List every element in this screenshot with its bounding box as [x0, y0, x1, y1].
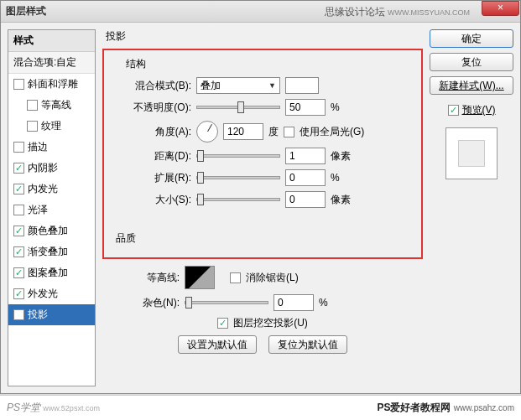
style-label: 内发光 [28, 182, 58, 196]
style-checkbox[interactable] [13, 288, 24, 299]
size-unit: 像素 [331, 193, 356, 207]
right-panel: 确定 复位 新建样式(W)... 预览(V) [430, 29, 513, 386]
style-item-2[interactable]: 纹理 [8, 116, 95, 137]
style-item-6[interactable]: 光泽 [8, 200, 95, 220]
blend-options-header[interactable]: 混合选项:自定 [8, 52, 95, 74]
style-checkbox[interactable] [13, 309, 24, 320]
style-item-9[interactable]: 图案叠加 [8, 262, 95, 283]
noise-unit: % [319, 297, 344, 309]
style-item-11[interactable]: 投影 [8, 304, 95, 325]
noise-slider[interactable] [185, 301, 268, 304]
window-title: 图层样式 [6, 4, 46, 18]
style-label: 外发光 [28, 287, 58, 301]
spread-field[interactable]: 0 [285, 169, 326, 186]
style-checkbox[interactable] [13, 142, 24, 153]
global-light-checkbox[interactable] [284, 127, 294, 137]
preview-checkbox[interactable] [448, 105, 459, 116]
opacity-label: 不透明度(O): [126, 101, 191, 115]
reset-button[interactable]: 复位 [430, 53, 513, 71]
size-slider[interactable] [196, 198, 280, 201]
style-checkbox[interactable] [27, 121, 38, 132]
settings-panel: 投影 结构 混合模式(B): 叠加▼ 不透明度(O): 50 [102, 29, 423, 386]
style-label: 光泽 [28, 203, 48, 217]
opacity-unit: % [331, 101, 356, 113]
opacity-slider[interactable] [196, 106, 280, 109]
quality-title: 品质 [116, 232, 136, 244]
style-checkbox[interactable] [13, 246, 24, 257]
style-checkbox[interactable] [13, 163, 24, 174]
spread-label: 扩展(R): [126, 171, 191, 185]
style-checkbox[interactable] [13, 79, 24, 90]
style-checkbox[interactable] [13, 226, 24, 236]
distance-label: 距离(D): [126, 149, 191, 163]
style-label: 内阴影 [28, 161, 58, 175]
style-item-5[interactable]: 内发光 [8, 179, 95, 200]
style-item-4[interactable]: 内阴影 [8, 158, 95, 179]
global-light-label: 使用全局光(G) [300, 125, 364, 139]
footer-left: PS学堂 www.52psxt.com [7, 401, 100, 415]
antialias-checkbox[interactable] [230, 272, 241, 283]
structure-title: 结构 [122, 57, 149, 71]
antialias-label: 消除锯齿(L) [246, 271, 299, 285]
new-style-button[interactable]: 新建样式(W)... [430, 76, 513, 95]
distance-field[interactable]: 1 [285, 148, 326, 164]
blendmode-label: 混合模式(B): [126, 79, 191, 93]
section-title: 投影 [106, 29, 423, 44]
page-footer: PS学堂 www.52psxt.com PS爱好者教程网 www.psahz.c… [0, 395, 521, 420]
style-checkbox[interactable] [13, 205, 24, 215]
style-label: 描边 [28, 140, 48, 154]
structure-inner: 结构 混合模式(B): 叠加▼ 不透明度(O): 50 % [116, 64, 409, 223]
angle-unit: 度 [268, 125, 279, 139]
style-item-10[interactable]: 外发光 [8, 283, 95, 304]
close-button[interactable]: × [482, 1, 519, 16]
spread-unit: % [331, 172, 356, 184]
structure-group: 结构 混合模式(B): 叠加▼ 不透明度(O): 50 % [102, 49, 423, 259]
spread-slider[interactable] [196, 176, 280, 179]
size-label: 大小(S): [126, 193, 191, 207]
style-label: 渐变叠加 [28, 245, 68, 259]
angle-label: 角度(A): [126, 125, 191, 139]
dialog-content: 样式 混合选项:自定 斜面和浮雕等高线纹理描边内阴影内发光光泽颜色叠加渐变叠加图… [1, 23, 520, 393]
watermark: 思缘设计论坛 WWW.MISSYUAN.COM [325, 5, 470, 19]
angle-dial[interactable] [196, 121, 218, 143]
noise-field[interactable]: 0 [274, 294, 314, 311]
style-label: 斜面和浮雕 [28, 77, 78, 91]
style-item-3[interactable]: 描边 [8, 137, 95, 158]
preview-swatch [445, 127, 498, 179]
knockout-label: 图层挖空投影(U) [233, 316, 308, 330]
style-item-0[interactable]: 斜面和浮雕 [8, 74, 95, 95]
restore-default-button[interactable]: 复位为默认值 [268, 335, 347, 354]
style-label: 纹理 [41, 119, 61, 133]
style-checkbox[interactable] [13, 267, 24, 278]
style-item-7[interactable]: 颜色叠加 [8, 220, 95, 241]
style-list: 斜面和浮雕等高线纹理描边内阴影内发光光泽颜色叠加渐变叠加图案叠加外发光投影 [8, 74, 95, 325]
blendmode-dropdown[interactable]: 叠加▼ [196, 77, 280, 94]
knockout-checkbox[interactable] [217, 318, 228, 329]
distance-slider[interactable] [196, 154, 280, 158]
style-label: 投影 [28, 308, 48, 322]
color-swatch[interactable] [285, 77, 319, 94]
titlebar[interactable]: 图层样式 思缘设计论坛 WWW.MISSYUAN.COM × [1, 1, 520, 23]
style-checkbox[interactable] [27, 100, 38, 111]
footer-right: PS爱好者教程网 www.psahz.com [377, 401, 514, 415]
style-checkbox[interactable] [13, 184, 24, 194]
size-field[interactable]: 0 [285, 191, 326, 208]
ok-button[interactable]: 确定 [430, 29, 513, 48]
noise-label: 杂色(N): [114, 296, 180, 310]
style-item-1[interactable]: 等高线 [8, 95, 95, 116]
style-item-8[interactable]: 渐变叠加 [8, 241, 95, 262]
distance-unit: 像素 [331, 149, 356, 163]
styles-header[interactable]: 样式 [8, 30, 95, 52]
contour-label: 等高线: [114, 271, 180, 285]
set-default-button[interactable]: 设置为默认值 [178, 335, 257, 354]
chevron-down-icon: ▼ [268, 81, 276, 90]
preview-label: 预览(V) [462, 103, 496, 117]
style-label: 图案叠加 [28, 266, 68, 280]
style-label: 颜色叠加 [28, 224, 68, 238]
opacity-field[interactable]: 50 [285, 99, 326, 116]
contour-picker[interactable] [185, 266, 215, 289]
dialog-window: 图层样式 思缘设计论坛 WWW.MISSYUAN.COM × 样式 混合选项:自… [0, 0, 521, 394]
styles-panel: 样式 混合选项:自定 斜面和浮雕等高线纹理描边内阴影内发光光泽颜色叠加渐变叠加图… [8, 29, 96, 386]
angle-field[interactable]: 120 [223, 123, 263, 140]
style-label: 等高线 [41, 98, 71, 112]
